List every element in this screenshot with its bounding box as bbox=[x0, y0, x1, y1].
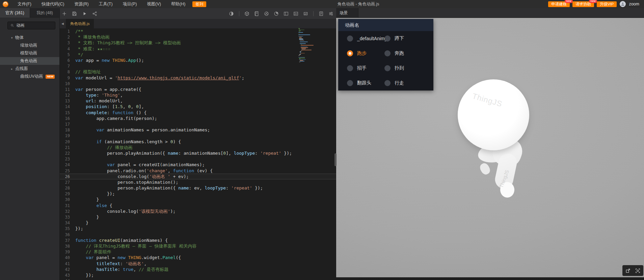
menu-item-6[interactable]: 视图(V) bbox=[142, 0, 166, 8]
code-line: 25 panel.radio.on('change', function (ev… bbox=[60, 168, 336, 174]
line-number: 40 bbox=[60, 255, 70, 261]
animation-option[interactable]: 跑步 bbox=[347, 46, 384, 61]
action-button[interactable]: 请求协助new bbox=[572, 1, 594, 7]
search-input[interactable] bbox=[16, 23, 52, 28]
line-number: 15 bbox=[60, 110, 70, 116]
code-line: 21 // 播放动画 bbox=[60, 145, 336, 150]
code-area[interactable]: 1/**2 * 播放角色动画3 * 文档: ThingJS教程 —> 控制对象 … bbox=[60, 28, 336, 280]
share-icon[interactable] bbox=[92, 11, 98, 17]
file-tab-label: 角色动画.js bbox=[70, 22, 90, 26]
tree-item[interactable]: 角色动画 bbox=[0, 57, 59, 65]
code-line: 38 // 详见ThingJS教程 — 界面 — 快捷界面库 相关内容 bbox=[60, 243, 336, 249]
menu-item-2[interactable]: 快捷代码(C) bbox=[36, 0, 69, 8]
tab-scene[interactable]: 场景 bbox=[336, 8, 358, 18]
radio-selected-icon[interactable] bbox=[347, 50, 353, 56]
settings-icon[interactable] bbox=[328, 11, 334, 17]
tree-item[interactable]: 缩放动画 bbox=[0, 42, 59, 49]
code-line: 23 bbox=[60, 156, 336, 162]
line-number: 29 bbox=[60, 191, 70, 197]
line-number: 21 bbox=[60, 145, 70, 151]
animation-option[interactable]: 蹲下 bbox=[384, 31, 433, 46]
new-file-icon[interactable] bbox=[61, 11, 67, 17]
line-number: 23 bbox=[60, 156, 70, 162]
theme-toggle-icon[interactable] bbox=[229, 11, 234, 17]
popout-icon[interactable] bbox=[625, 268, 631, 274]
code-line: 30 } bbox=[60, 197, 336, 202]
docs-icon[interactable] bbox=[254, 11, 260, 17]
file-tab[interactable]: 角色动画.js bbox=[66, 19, 94, 28]
line-number: 37 bbox=[60, 238, 70, 244]
image-icon[interactable] bbox=[303, 11, 308, 17]
notes-icon[interactable] bbox=[318, 11, 324, 17]
radio-unselected-icon[interactable] bbox=[347, 80, 353, 86]
menu-item-4[interactable]: 工具(T) bbox=[94, 0, 118, 8]
history-icon[interactable] bbox=[273, 11, 279, 17]
radio-unselected-icon[interactable] bbox=[384, 80, 391, 86]
menu-item-7[interactable]: 帮助(H) bbox=[166, 0, 190, 8]
sidebar-tabs: 官方 (161)我的 (48) bbox=[0, 8, 59, 18]
username[interactable]: zoom bbox=[629, 2, 639, 6]
radio-unselected-icon[interactable] bbox=[347, 35, 353, 42]
sidebar-tab-2[interactable]: 我的 (48) bbox=[30, 8, 59, 18]
code-line: 29 }); bbox=[60, 191, 336, 197]
code-line: 26 console.log('动画名 ' + ev); bbox=[60, 174, 336, 179]
animation-option[interactable]: 行走 bbox=[384, 76, 433, 91]
menu-item-3[interactable]: 资源(R) bbox=[69, 0, 93, 8]
animation-option[interactable]: 扑到 bbox=[384, 61, 433, 76]
chevron-down-icon: ▾ bbox=[11, 36, 15, 40]
fullscreen-icon[interactable] bbox=[635, 268, 641, 274]
editor-toolbar bbox=[60, 8, 336, 19]
code-line: 4 * 难度: ★★☆☆☆ bbox=[60, 46, 336, 52]
radio-unselected-icon[interactable] bbox=[384, 50, 391, 56]
scene-tab-bar: 场景 bbox=[336, 8, 644, 18]
screenshot-icon[interactable] bbox=[293, 11, 299, 17]
code-line: 16 app.camera.fit(person); bbox=[60, 116, 336, 121]
viewport-3d[interactable]: ThingJS ThingJS 动画名 _defaultAnim_蹲下跑步奔跑招… bbox=[336, 18, 644, 280]
avatar[interactable] bbox=[620, 1, 626, 7]
animation-option-label: _defaultAnim_ bbox=[357, 36, 387, 41]
thingjs-logo-icon[interactable] bbox=[3, 1, 8, 7]
tree-item[interactable]: 模型动画 bbox=[0, 49, 59, 57]
action-button[interactable]: 申请建模new bbox=[548, 1, 570, 7]
animation-option[interactable]: 招手 bbox=[347, 61, 384, 76]
code-line: 43 }); bbox=[60, 272, 336, 278]
animation-option[interactable]: _defaultAnim_ bbox=[347, 31, 384, 46]
line-number: 14 bbox=[60, 104, 70, 110]
code-line: 36 bbox=[60, 232, 336, 237]
tree-item[interactable]: ▾物体 bbox=[0, 34, 59, 42]
line-number: 1 bbox=[60, 29, 70, 34]
save-icon[interactable] bbox=[72, 11, 77, 17]
action-button[interactable]: 升级VIP bbox=[597, 1, 617, 7]
line-number: 39 bbox=[60, 249, 70, 255]
animation-options: _defaultAnim_蹲下跑步奔跑招手扑到翻跟头行走 bbox=[338, 31, 433, 91]
animation-option[interactable]: 翻跟头 bbox=[347, 76, 384, 91]
new-badge: new bbox=[565, 0, 573, 3]
tree-item-label: 模型动画 bbox=[20, 50, 37, 56]
toolbar-separator bbox=[239, 11, 239, 16]
minimap[interactable] bbox=[298, 28, 315, 63]
tree-item[interactable]: ▸点线面 bbox=[0, 65, 59, 73]
animation-option[interactable]: 奔跑 bbox=[384, 46, 433, 61]
line-number: 32 bbox=[60, 209, 70, 214]
tree-item-label: 物体 bbox=[15, 35, 24, 41]
panel-splitter-grip[interactable] bbox=[334, 153, 337, 166]
thingjs-ide: 文件(F)快捷代码(C)资源(R)工具(T)项目(P)视图(V)帮助(H) 签到… bbox=[0, 0, 644, 280]
code-line: 32 console.log('该模型无动画'); bbox=[60, 208, 336, 214]
tree-item[interactable]: 曲线UV动画NEW bbox=[0, 73, 59, 80]
tab-scroll-left-icon[interactable]: ◀ bbox=[60, 22, 66, 25]
line-number: 13 bbox=[60, 98, 70, 104]
model-library-icon[interactable] bbox=[244, 11, 250, 17]
line-number: 18 bbox=[60, 127, 70, 133]
code-line: 13 url: modelUrl, bbox=[60, 98, 336, 104]
radio-unselected-icon[interactable] bbox=[384, 35, 391, 42]
checkin-button[interactable]: 签到 bbox=[192, 1, 206, 7]
radio-unselected-icon[interactable] bbox=[347, 65, 353, 71]
menu-item-1[interactable]: 文件(F) bbox=[12, 0, 36, 8]
line-number: 33 bbox=[60, 214, 70, 220]
radio-unselected-icon[interactable] bbox=[384, 65, 391, 71]
demos-icon[interactable] bbox=[264, 11, 269, 17]
layout-icon[interactable] bbox=[283, 11, 289, 17]
run-icon[interactable] bbox=[82, 11, 87, 17]
menu-item-5[interactable]: 项目(P) bbox=[118, 0, 142, 8]
sidebar-tab-1[interactable]: 官方 (161) bbox=[0, 8, 30, 18]
